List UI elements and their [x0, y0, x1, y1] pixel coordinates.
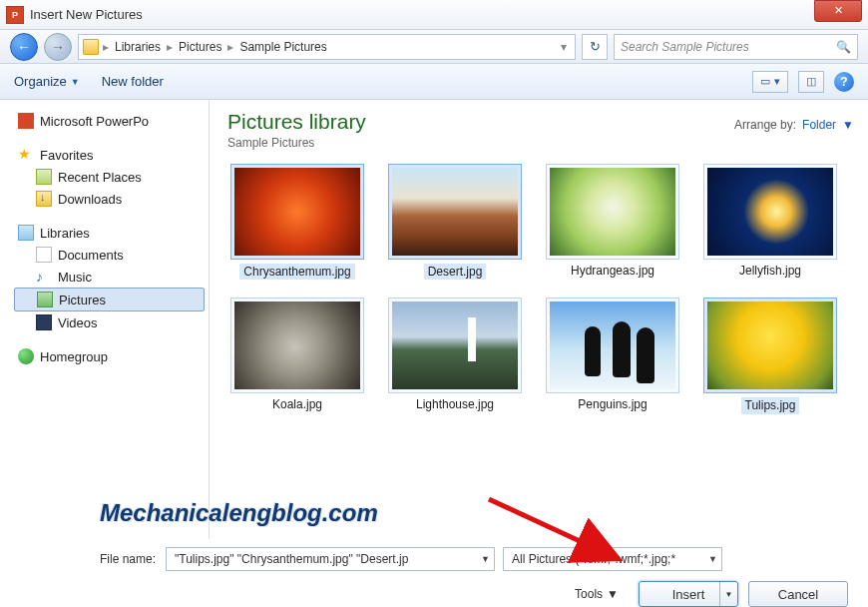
music-icon: ♪ — [36, 269, 52, 285]
tools-menu[interactable]: Tools ▼ — [575, 587, 619, 601]
file-thumbnail[interactable]: Tulips.jpg — [700, 298, 840, 413]
sidebar-item-music[interactable]: ♪ Music — [14, 266, 205, 288]
documents-icon — [36, 247, 52, 263]
cancel-label: Cancel — [778, 587, 818, 602]
filter-value: All Pictures (*.emf;*.wmf;*.jpg;* — [512, 552, 675, 566]
sidebar-label: Pictures — [59, 293, 106, 307]
libraries-icon — [18, 225, 34, 241]
breadcrumb-sep-icon: ▸ — [163, 40, 177, 54]
sidebar-item-documents[interactable]: Documents — [14, 244, 205, 266]
sidebar-item-libraries[interactable]: Libraries — [14, 222, 205, 244]
thumbnail-frame — [703, 298, 837, 393]
refresh-button[interactable]: ↻ — [582, 34, 608, 60]
preview-pane-button[interactable]: ◫ — [798, 71, 824, 93]
sidebar-item-pictures[interactable]: Pictures — [14, 288, 205, 311]
thumbnail-image — [234, 302, 360, 389]
filename-value: "Tulips.jpg" "Chrysanthemum.jpg" "Desert… — [175, 552, 408, 566]
new-folder-label: New folder — [102, 74, 164, 89]
thumbnail-caption: Desert.jpg — [424, 264, 487, 280]
file-thumbnail[interactable]: Koala.jpg — [227, 298, 367, 413]
help-button[interactable]: ? — [834, 72, 854, 92]
new-folder-button[interactable]: New folder — [102, 74, 164, 89]
file-thumbnail[interactable]: Hydrangeas.jpg — [543, 164, 682, 280]
sidebar-item-videos[interactable]: Videos — [14, 311, 205, 333]
library-subtitle: Sample Pictures — [227, 136, 366, 150]
sidebar-item-homegroup[interactable]: Homegroup — [14, 345, 205, 367]
tools-label: Tools — [575, 587, 603, 601]
videos-icon — [36, 314, 52, 330]
sidebar-label: Recent Places — [58, 170, 142, 185]
search-input[interactable]: Search Sample Pictures 🔍 — [614, 34, 858, 60]
breadcrumb-dropdown-icon[interactable]: ▾ — [557, 40, 571, 54]
organize-label: Organize — [14, 74, 67, 89]
sidebar-label: Microsoft PowerPo — [40, 114, 149, 129]
thumbnail-caption: Koala.jpg — [272, 397, 322, 411]
thumbnail-caption: Jellyfish.jpg — [739, 264, 801, 278]
forward-button[interactable]: → — [44, 33, 72, 61]
view-mode-button[interactable]: ▭ ▾ — [752, 71, 788, 93]
filename-input[interactable]: "Tulips.jpg" "Chrysanthemum.jpg" "Desert… — [166, 547, 495, 571]
arrange-value: Folder — [802, 118, 836, 132]
file-thumbnail[interactable]: Lighthouse.jpg — [385, 298, 525, 413]
dialog-footer: File name: "Tulips.jpg" "Chrysanthemum.j… — [0, 539, 868, 607]
dropdown-icon: ▼ — [607, 587, 619, 601]
insert-label: Insert — [672, 587, 705, 602]
thumbnail-frame — [546, 298, 679, 393]
thumbnail-frame — [230, 164, 364, 260]
file-type-filter[interactable]: All Pictures (*.emf;*.wmf;*.jpg;* ▼ — [503, 547, 722, 571]
powerpoint-icon — [18, 113, 34, 129]
dropdown-icon[interactable]: ▼ — [702, 554, 717, 564]
library-title: Pictures library — [227, 110, 366, 134]
window-title: Insert New Pictures — [30, 7, 143, 22]
thumbnail-frame — [388, 298, 522, 393]
sidebar-item-downloads[interactable]: Downloads — [14, 188, 205, 210]
thumbnail-frame — [703, 164, 837, 260]
sidebar-item-favorites[interactable]: ★ Favorites — [14, 144, 205, 166]
cancel-button[interactable]: Cancel — [748, 581, 848, 607]
dropdown-icon: ▼ — [71, 77, 80, 87]
recent-places-icon — [36, 169, 52, 185]
arrange-label: Arrange by: — [734, 118, 796, 132]
thumbnail-caption: Chrysanthemum.jpg — [239, 264, 354, 280]
star-icon: ★ — [18, 147, 34, 163]
nav-toolbar: ← → ▸ Libraries ▸ Pictures ▸ Sample Pict… — [0, 30, 868, 64]
sidebar-item-powerpoint[interactable]: Microsoft PowerPo — [14, 110, 205, 132]
breadcrumb-folder[interactable]: Pictures — [177, 40, 223, 54]
pictures-icon — [37, 292, 53, 307]
insert-button[interactable]: Insert ▼ — [639, 581, 738, 607]
thumbnail-frame — [230, 298, 364, 393]
sidebar-label: Videos — [58, 315, 98, 330]
file-thumbnail[interactable]: Desert.jpg — [385, 164, 525, 280]
thumbnail-image — [392, 302, 518, 389]
file-thumbnail[interactable]: Chrysanthemum.jpg — [227, 164, 367, 280]
breadcrumb-root[interactable]: Libraries — [113, 40, 163, 54]
insert-split-dropdown[interactable]: ▼ — [719, 582, 737, 606]
filename-label: File name: — [100, 552, 158, 566]
file-thumbnail[interactable]: Penguins.jpg — [543, 298, 682, 413]
sidebar-item-recent-places[interactable]: Recent Places — [14, 166, 205, 188]
thumbnail-image — [234, 168, 360, 256]
sidebar-label: Music — [58, 270, 92, 285]
thumbnail-image — [392, 168, 518, 256]
search-placeholder: Search Sample Pictures — [621, 40, 749, 54]
breadcrumb-sub[interactable]: Sample Pictures — [237, 40, 328, 54]
content-pane: Pictures library Sample Pictures Arrange… — [210, 100, 868, 539]
thumbnail-image — [550, 302, 675, 389]
titlebar: P Insert New Pictures ✕ — [0, 0, 868, 30]
homegroup-icon — [18, 348, 34, 364]
thumbnail-image — [707, 302, 833, 389]
breadcrumb-bar[interactable]: ▸ Libraries ▸ Pictures ▸ Sample Pictures… — [78, 34, 576, 60]
file-thumbnail[interactable]: Jellyfish.jpg — [700, 164, 840, 280]
dropdown-icon[interactable]: ▼ — [475, 554, 490, 564]
navigation-sidebar: Microsoft PowerPo ★ Favorites Recent Pla… — [0, 100, 210, 539]
command-toolbar: Organize ▼ New folder ▭ ▾ ◫ ? — [0, 64, 868, 100]
close-button[interactable]: ✕ — [814, 0, 862, 22]
downloads-icon — [36, 191, 52, 207]
organize-menu[interactable]: Organize ▼ — [14, 74, 80, 89]
sidebar-label: Homegroup — [40, 349, 108, 364]
thumbnail-image — [707, 168, 833, 256]
back-button[interactable]: ← — [10, 33, 38, 61]
arrange-by-control[interactable]: Arrange by: Folder ▼ — [734, 110, 854, 132]
dropdown-icon: ▼ — [842, 118, 854, 132]
sidebar-label: Libraries — [40, 226, 90, 241]
